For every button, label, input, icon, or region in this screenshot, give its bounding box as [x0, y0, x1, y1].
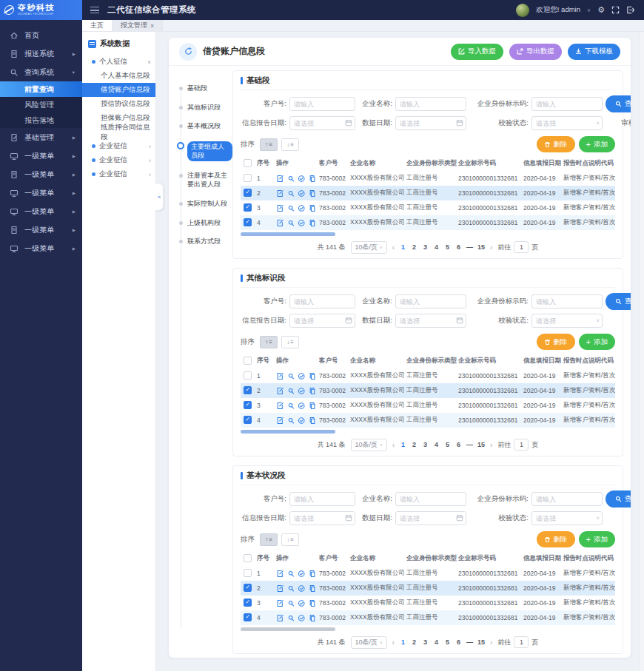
edit-icon[interactable]	[276, 614, 284, 622]
page-number-button[interactable]: —	[466, 243, 473, 251]
approve-check-icon[interactable]	[298, 614, 306, 622]
page-number-button[interactable]: 3	[422, 638, 429, 646]
tab-home[interactable]: 主页	[82, 20, 113, 31]
page-number-button[interactable]: —	[466, 638, 473, 646]
check-status-select[interactable]	[531, 314, 603, 328]
sidebar-item-report-system[interactable]: 报送系统 ▶	[0, 44, 82, 63]
add-button[interactable]: +添加	[579, 334, 615, 350]
page-size-select[interactable]: 10条/页∨	[351, 241, 387, 254]
sidebar-item-risk-mgmt[interactable]: 风险管理	[0, 97, 82, 112]
horizontal-scrollbar[interactable]	[241, 232, 335, 236]
sidebar-item-query-system[interactable]: 查询系统 ▼	[0, 63, 82, 81]
horizontal-scrollbar[interactable]	[241, 430, 335, 434]
next-page-button[interactable]: ›	[490, 441, 492, 449]
company-name-input[interactable]	[395, 492, 466, 506]
edit-icon[interactable]	[276, 599, 284, 607]
sidebar-item-level1-menu[interactable]: 一级菜单 ▶	[0, 165, 82, 183]
page-number-button[interactable]: 4	[433, 441, 440, 448]
tree-root-system-data[interactable]: 系统数据	[82, 32, 155, 55]
fullscreen-icon[interactable]	[611, 6, 620, 14]
copy-doc-icon[interactable]	[309, 204, 317, 212]
tree-item-personal-basic-info[interactable]: 个人基本信息段	[82, 69, 155, 83]
edit-icon[interactable]	[276, 417, 284, 425]
edit-icon[interactable]	[276, 387, 284, 395]
select-all-checkbox[interactable]	[244, 357, 252, 365]
view-detail-icon[interactable]	[287, 417, 295, 425]
copy-doc-icon[interactable]	[309, 584, 317, 593]
copy-doc-icon[interactable]	[309, 387, 317, 395]
page-number-button[interactable]: 5	[444, 638, 451, 646]
page-number-button[interactable]: 2	[411, 243, 417, 251]
approve-check-icon[interactable]	[298, 372, 306, 380]
check-status-select[interactable]	[531, 116, 603, 130]
view-detail-icon[interactable]	[287, 219, 295, 227]
approve-check-icon[interactable]	[298, 204, 306, 212]
approve-check-icon[interactable]	[298, 570, 306, 578]
copy-doc-icon[interactable]	[309, 570, 317, 578]
row-checkbox[interactable]	[244, 401, 252, 409]
copy-doc-icon[interactable]	[309, 175, 317, 183]
copy-doc-icon[interactable]	[309, 372, 317, 380]
add-button[interactable]: +添加	[579, 531, 615, 547]
tab-report-mgmt[interactable]: 报文管理 ×	[113, 20, 163, 31]
edit-icon[interactable]	[276, 372, 284, 380]
approve-check-icon[interactable]	[298, 402, 306, 410]
page-number-button[interactable]: 2	[411, 441, 417, 448]
horizontal-scrollbar[interactable]	[241, 627, 335, 631]
page-number-button[interactable]: 15	[477, 243, 485, 251]
sidebar-item-level1-menu[interactable]: 一级菜单 ▶	[0, 220, 82, 239]
goto-page-input[interactable]	[514, 241, 529, 253]
page-number-button[interactable]: 3	[422, 243, 429, 251]
approve-check-icon[interactable]	[298, 219, 306, 227]
tree-item-credit-agreement[interactable]: 授信协议信息段	[82, 97, 155, 111]
page-size-select[interactable]: 10条/页∨	[351, 636, 387, 649]
page-number-button[interactable]: 6	[455, 638, 462, 646]
company-id-code-input[interactable]	[531, 492, 603, 506]
anchor-item-contact-seg[interactable]: 联系方式段	[178, 232, 232, 252]
tree-item-loan-account-info[interactable]: 借贷账户信息段	[82, 83, 155, 97]
copy-doc-icon[interactable]	[309, 417, 317, 425]
row-checkbox[interactable]	[244, 203, 252, 212]
customer-no-input[interactable]	[289, 492, 355, 506]
search-button[interactable]: 查询	[606, 95, 631, 112]
page-number-button[interactable]: 15	[477, 441, 485, 448]
view-detail-icon[interactable]	[287, 614, 295, 622]
panel-collapse-handle[interactable]: »	[155, 183, 164, 211]
logout-icon[interactable]	[626, 6, 634, 14]
view-detail-icon[interactable]	[287, 402, 295, 410]
prev-page-button[interactable]: ‹	[392, 441, 395, 449]
anchor-item-basic-seg[interactable]: 基础段	[178, 79, 232, 98]
row-checkbox[interactable]	[244, 189, 252, 197]
page-number-button[interactable]: 4	[433, 638, 440, 646]
edit-icon[interactable]	[276, 219, 284, 227]
edit-icon[interactable]	[276, 189, 284, 198]
page-number-button[interactable]: 1	[400, 638, 406, 646]
sort-asc-button[interactable]: ↑≡	[260, 533, 278, 546]
view-detail-icon[interactable]	[287, 570, 295, 578]
approve-check-icon[interactable]	[298, 584, 306, 593]
page-number-button[interactable]: 4	[433, 243, 440, 251]
check-status-select[interactable]	[531, 511, 603, 525]
view-detail-icon[interactable]	[287, 584, 295, 593]
page-number-button[interactable]: 15	[477, 638, 485, 646]
sidebar-item-base-mgmt[interactable]: 基础管理 ▶	[0, 128, 82, 146]
customer-no-input[interactable]	[289, 97, 355, 111]
sidebar-item-front-query[interactable]: 前置查询	[0, 81, 82, 97]
edit-icon[interactable]	[276, 402, 284, 410]
edit-icon[interactable]	[276, 175, 284, 183]
page-number-button[interactable]: 5	[444, 441, 451, 448]
prev-page-button[interactable]: ‹	[392, 638, 395, 647]
row-checkbox[interactable]	[244, 371, 252, 380]
page-number-button[interactable]: 1	[400, 243, 406, 251]
tree-item-company-credit[interactable]: 企业征信 ›	[82, 167, 155, 181]
import-data-button[interactable]: 导入数据	[451, 44, 503, 60]
sort-desc-button[interactable]: ↓≡	[281, 336, 299, 348]
sidebar-item-report-landing[interactable]: 报告落地	[0, 112, 82, 128]
sidebar-item-level1-menu[interactable]: 一级菜单 ▶	[0, 146, 82, 165]
page-number-button[interactable]: 3	[422, 441, 429, 448]
approve-check-icon[interactable]	[298, 387, 306, 395]
hamburger-menu-icon[interactable]	[90, 7, 99, 13]
view-detail-icon[interactable]	[287, 204, 295, 212]
copy-doc-icon[interactable]	[309, 402, 317, 410]
page-number-button[interactable]: 6	[455, 441, 462, 448]
